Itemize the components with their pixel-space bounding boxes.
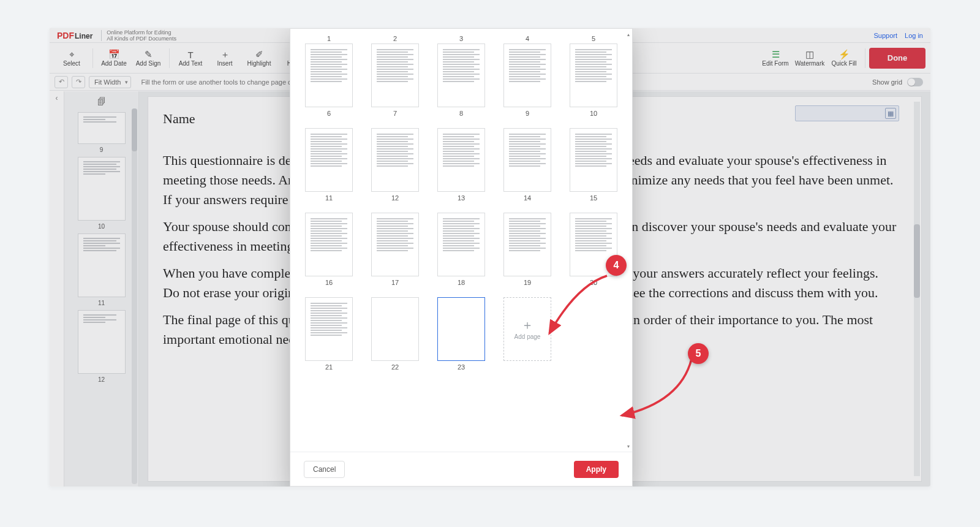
page-thumbnail[interactable]: [371, 44, 419, 107]
page-number: 13: [458, 194, 465, 202]
page-thumbnail[interactable]: [503, 128, 551, 192]
page-number: 18: [458, 279, 465, 286]
page-number: 9: [526, 110, 529, 117]
page-number: 6: [327, 110, 331, 117]
page-thumbnail[interactable]: [503, 44, 551, 107]
app-frame: PDF Liner Online Platform for Editing Al…: [49, 28, 931, 487]
page-number: 7: [393, 110, 397, 117]
page-thumbnail[interactable]: [305, 213, 353, 276]
page-thumbnail[interactable]: [437, 213, 485, 276]
page-number: 23: [458, 363, 465, 371]
page-number: 17: [391, 279, 399, 286]
page-thumbnail[interactable]: [371, 297, 419, 361]
plus-icon: ＋: [521, 319, 533, 331]
page-thumbnail[interactable]: [503, 213, 551, 276]
page-thumbnail[interactable]: [371, 128, 419, 192]
apply-button[interactable]: Apply: [574, 461, 619, 478]
page-thumbnail[interactable]: [305, 44, 353, 107]
page-thumbnail[interactable]: [437, 44, 485, 107]
page-thumbnail[interactable]: [570, 44, 617, 107]
page-number: 11: [325, 194, 333, 202]
page-number: 16: [325, 279, 333, 286]
page-thumbnail[interactable]: [437, 128, 485, 192]
page-thumbnail[interactable]: [371, 213, 419, 276]
callout-5-badge: 5: [688, 343, 709, 364]
page-thumbnail[interactable]: [305, 128, 353, 192]
cancel-button[interactable]: Cancel: [304, 461, 345, 478]
add-page-button[interactable]: ＋Add page: [503, 297, 551, 361]
page-number: 19: [524, 279, 531, 286]
page-thumbnail[interactable]: [305, 297, 353, 361]
page-number: 10: [590, 110, 597, 117]
page-thumbnail[interactable]: [437, 297, 485, 361]
modal-scrollbar[interactable]: ▴▾: [626, 31, 631, 449]
page-number: 15: [590, 194, 597, 202]
page-grid: 67891011121314151617181920212223＋Add pag…: [304, 44, 619, 371]
page-number: 20: [590, 279, 597, 286]
page-number: 21: [325, 363, 333, 371]
page-number-row: 12345: [304, 35, 619, 44]
page-number: 22: [391, 363, 399, 371]
page-number: 14: [524, 194, 531, 202]
page-thumbnail[interactable]: [570, 128, 617, 192]
page-number: 8: [459, 110, 463, 117]
callout-4-badge: 4: [606, 255, 627, 276]
page-number: 12: [391, 194, 399, 202]
manage-pages-modal: 12345 67891011121314151617181920212223＋A…: [290, 28, 633, 487]
